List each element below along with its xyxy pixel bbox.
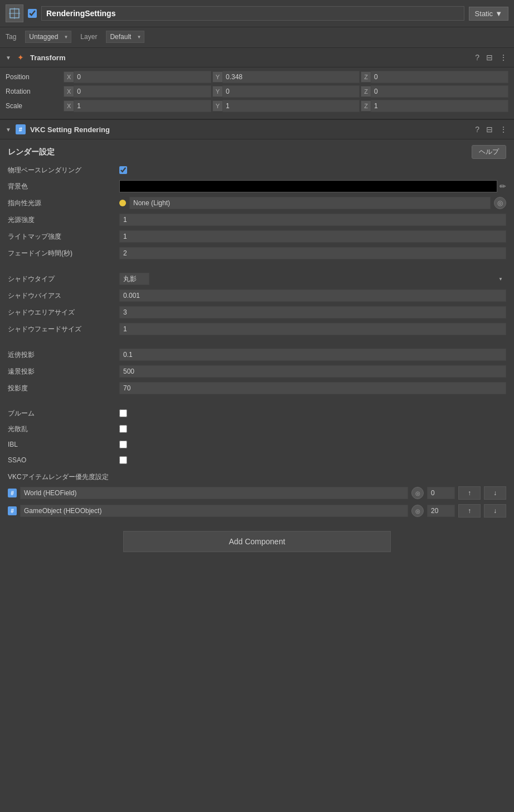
transform-actions: ? ⊟ ⋮ [474,53,508,62]
priority-num-1[interactable] [427,487,455,499]
bg-color-label: 背景色 [8,182,119,191]
scale-x-item: X [64,100,211,112]
priority-item-2: # ◎ ↑ ↓ [0,502,514,520]
scale-x-input[interactable] [74,100,211,112]
ibl-checkbox[interactable] [119,441,127,448]
shadow-fade-label: シャドウフェードサイズ [8,325,119,334]
vkc-settings-btn[interactable]: ⊟ [485,125,494,134]
far-clip-input[interactable] [119,365,506,378]
scale-z-input[interactable] [371,100,508,112]
static-label: Static [475,9,493,18]
transform-menu-btn[interactable]: ⋮ [498,53,508,62]
far-clip-row: 遠景投影 [0,363,514,380]
vkc-hash-icon: # [16,124,26,134]
shadow-type-select[interactable]: 丸影 [119,273,149,285]
shadow-bias-input[interactable] [119,289,506,302]
bloom-label: ブルーム [8,409,119,418]
priority-up-1[interactable]: ↑ [458,486,481,500]
rotation-y-label: Y [212,86,222,97]
static-arrow-icon: ▼ [495,9,502,18]
tag-select[interactable]: Untagged [25,31,71,43]
bloom-row: ブルーム [0,405,514,421]
rotation-x-input[interactable] [74,85,211,98]
transform-settings-btn[interactable]: ⊟ [485,53,494,62]
transform-help-btn[interactable]: ? [474,53,481,62]
pbr-value [119,166,506,174]
position-row: Position X Y Z [6,71,508,83]
fadein-time-input[interactable] [119,247,506,259]
light-intensity-value [119,214,506,226]
fov-input[interactable] [119,382,506,394]
priority-field-1[interactable] [20,487,408,499]
priority-section-label: VKCアイテムレンダー優先度設定 [0,468,514,484]
directional-light-input[interactable] [129,197,491,209]
directional-light-label: 指向性光源 [8,199,119,208]
object-name-input[interactable] [41,6,464,21]
shadow-bias-value [119,289,506,302]
vkc-collapse-arrow[interactable]: ▼ [6,127,11,133]
fadein-time-value [119,247,506,259]
shadow-fade-input[interactable] [119,323,506,335]
priority-num-2[interactable] [427,505,455,517]
vkc-help-btn[interactable]: ? [474,125,481,134]
priority-down-1[interactable]: ↓ [484,486,506,500]
pbr-checkbox[interactable] [119,166,127,174]
shadow-type-value: 丸影 [119,273,506,285]
fadein-time-label: フェードイン時間(秒) [8,249,119,258]
priority-target-2[interactable]: ◎ [411,505,424,517]
pbr-row: 物理ベースレンダリング [0,162,514,178]
near-clip-input[interactable] [119,349,506,361]
layer-label: Layer [80,33,97,41]
near-clip-value [119,349,506,361]
layer-select[interactable]: Default [106,31,144,43]
scale-y-input[interactable] [222,100,360,112]
active-checkbox[interactable] [28,9,37,18]
shadow-area-row: シャドウエリアサイズ [0,304,514,321]
ssao-row: SSAO [0,452,514,468]
layer-select-wrapper: Default [106,31,144,43]
priority-target-1[interactable]: ◎ [411,487,424,499]
priority-up-2[interactable]: ↑ [458,504,481,518]
position-z-input[interactable] [371,71,508,83]
lightmap-intensity-label: ライトマップ強度 [8,232,119,241]
far-clip-label: 遠景投影 [8,367,119,376]
ibl-value [119,441,506,448]
scale-y-item: Y [212,100,360,112]
bloom-checkbox[interactable] [119,409,127,417]
scatter-checkbox[interactable] [119,425,127,433]
vkc-section-header: ▼ # VKC Setting Rendering ? ⊟ ⋮ [0,119,514,139]
transform-body: Position X Y Z Rotation [0,67,514,118]
rotation-z-input[interactable] [371,85,508,98]
transform-title: Transform [30,54,469,62]
priority-field-2[interactable] [20,505,408,517]
position-y-input[interactable] [222,71,360,83]
position-x-input[interactable] [74,71,211,83]
add-component-area: Add Component [0,520,514,563]
transform-collapse-arrow[interactable]: ▼ [6,55,11,61]
ssao-checkbox[interactable] [119,456,127,464]
rotation-y-input[interactable] [222,85,360,98]
rotation-xyz: X Y Z [64,85,508,98]
scale-label: Scale [6,102,61,110]
priority-down-2[interactable]: ↓ [484,504,506,518]
pbr-label: 物理ベースレンダリング [8,166,119,175]
position-y-label: Y [212,71,222,83]
directional-light-target-btn[interactable]: ◎ [494,197,506,209]
directional-light-row: 指向性光源 ◎ [0,195,514,211]
scale-row: Scale X Y Z [6,100,508,112]
scatter-row: 光散乱 [0,421,514,437]
scale-z-label: Z [361,100,371,112]
lightmap-intensity-input[interactable] [119,230,506,243]
rotation-z-item: Z [361,85,508,98]
help-button[interactable]: ヘルプ [472,145,506,159]
add-component-button[interactable]: Add Component [123,531,391,552]
vkc-menu-btn[interactable]: ⋮ [498,125,508,134]
bg-color-swatch[interactable] [119,180,497,192]
color-picker-btn[interactable]: ✏ [500,182,506,191]
light-intensity-input[interactable] [119,214,506,226]
divider-2 [0,337,514,346]
vkc-section: ▼ # VKC Setting Rendering ? ⊟ ⋮ レンダー設定 ヘ… [0,119,514,520]
static-button[interactable]: Static ▼ [469,7,508,21]
shadow-area-input[interactable] [119,306,506,318]
fov-label: 投影度 [8,384,119,393]
